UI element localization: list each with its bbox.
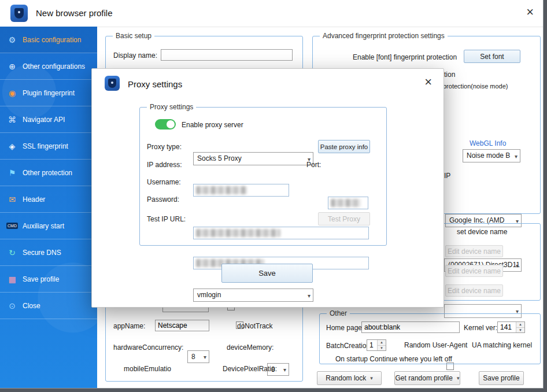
display-name-input[interactable] <box>161 49 293 61</box>
save-profile-button[interactable]: Save profile <box>479 371 524 385</box>
edit-device-name-button-2[interactable]: Edit device name <box>445 265 503 277</box>
password-label: Password: <box>147 195 179 204</box>
window-title: New browser profile <box>36 8 113 18</box>
random-lock-button[interactable]: Random lock <box>317 371 382 385</box>
proxy-type-label: Proxy type: <box>147 143 182 151</box>
home-page-label: Home page: <box>326 324 364 332</box>
sidebar-item-secure-dns[interactable]: ↻ Secure DNS <box>0 239 97 266</box>
webgl-info-link[interactable]: WebGL Info <box>470 139 506 147</box>
ip-label-fragment: IP <box>444 172 450 180</box>
sidebar-item-label: Save profile <box>23 275 59 283</box>
kernel-version-spin-arrows[interactable]: ▲▼ <box>516 322 524 332</box>
test-ip-url-dropdown[interactable]: vmlogin <box>193 289 313 302</box>
app-logo-icon <box>10 5 28 22</box>
sidebar-item-plugin-fingerprint[interactable]: ◉ Plugin fingerprint <box>0 80 97 106</box>
kernel-version-input[interactable] <box>498 322 516 332</box>
header-card-icon: ✉ <box>7 195 17 204</box>
sidebar-item-header[interactable]: ✉ Header <box>0 186 97 213</box>
sidebar-item-label: Basic configuration <box>23 36 81 44</box>
fingerprint-icon: ◉ <box>7 89 17 97</box>
font-protection-label: Enable [font] fingerprint protection <box>353 53 457 61</box>
enable-proxy-label: Enable proxy server <box>182 121 243 129</box>
cmd-icon-text: CMD <box>6 223 18 229</box>
sidebar-item-save-profile[interactable]: ▦ Save profile <box>0 266 97 293</box>
dialog-title: Proxy settings <box>128 79 182 89</box>
port-label: Port: <box>306 161 321 169</box>
set-device-name-label: set device name <box>457 228 507 236</box>
canvas-protection-label-fragment: tion <box>444 71 455 79</box>
test-proxy-button[interactable]: Test Proxy <box>318 212 370 225</box>
random-user-agent-label: Random User-Agent <box>404 341 467 349</box>
navigator-icon: ⌘ <box>7 116 17 124</box>
sidebar-item-auxiliary-start[interactable]: CMD Auxiliary start <box>0 213 97 239</box>
device-pixel-ratio-label: DevicePixelRatio: <box>223 365 277 373</box>
username-label: Username: <box>147 178 181 186</box>
mobile-emulation-label: mobileEmulatio <box>124 365 171 373</box>
sidebar-item-label: Auxiliary start <box>23 222 64 230</box>
edit-device-name-button-1[interactable]: Edit device name <box>445 245 503 257</box>
dialog-logo-icon <box>105 76 120 91</box>
lock-icon: ◈ <box>7 142 17 150</box>
power-icon: ⊙ <box>7 302 17 310</box>
noise-mode-dropdown[interactable]: Noise mode B <box>463 149 520 162</box>
edit-device-name-button-3[interactable]: Edit device name <box>445 284 503 297</box>
sidebar-item-label: Plugin fingerprint <box>23 89 75 97</box>
advanced-protection-legend: Advanced fingerprint protection settings <box>320 32 448 40</box>
sidebar-item-label: Close <box>23 302 40 310</box>
proxy-type-dropdown[interactable]: Socks 5 Proxy <box>193 152 313 165</box>
sidebar-item-label: Secure DNS <box>23 249 61 257</box>
sidebar-item-label: Other configurations <box>23 62 85 71</box>
batch-creation-label: BatchCreation: <box>326 342 372 350</box>
get-random-profile-button[interactable]: Get random profile <box>394 371 460 385</box>
app-name-label: appName: <box>113 322 145 330</box>
kernel-version-spinner[interactable]: ▲▼ <box>497 321 525 333</box>
dns-refresh-icon: ↻ <box>7 249 17 257</box>
settings-icon: ⊕ <box>7 62 17 71</box>
kernel-version-label: Kernel ver: <box>464 324 497 332</box>
sidebar-item-ssl-fingerprint[interactable]: ◈ SSL fingerprint <box>0 133 97 160</box>
ip-address-input[interactable] <box>193 184 289 197</box>
proxy-settings-legend: Proxy settings <box>147 103 196 111</box>
other-legend: Other <box>327 309 350 317</box>
batch-creation-input[interactable] <box>367 340 377 350</box>
sidebar: ⚙ Basic configuration ⊕ Other configurat… <box>0 27 97 388</box>
sidebar-item-basic-configuration[interactable]: ⚙ Basic configuration <box>0 27 97 53</box>
sidebar-item-label: SSL fingerprint <box>23 142 68 150</box>
proxy-save-button[interactable]: Save <box>221 264 313 283</box>
proxy-settings-dialog: Proxy settings × Proxy settings Enable p… <box>91 68 444 308</box>
save-icon: ▦ <box>7 275 17 283</box>
ip-address-label: IP address: <box>147 161 182 169</box>
paste-proxy-info-button[interactable]: Paste proxy info <box>318 140 370 153</box>
sidebar-item-label: Header <box>23 195 45 204</box>
on-startup-label: On startup Continue where you left off <box>335 355 452 363</box>
gear-icon: ⚙ <box>7 36 17 44</box>
dialog-close-icon[interactable]: × <box>424 76 432 88</box>
do-not-track-label: doNotTrack <box>237 322 273 330</box>
shield-icon: ⚑ <box>7 169 17 177</box>
set-font-button[interactable]: Set font <box>464 50 520 63</box>
sidebar-item-other-configurations[interactable]: ⊕ Other configurations <box>0 53 97 80</box>
batch-creation-spinner[interactable]: ▲▼ <box>367 339 386 351</box>
device-memory-label: deviceMemory: <box>227 343 274 352</box>
app-window: New browser profile × ⚙ Basic configurat… <box>0 0 544 389</box>
sidebar-item-other-protection[interactable]: ⚑ Other protection <box>0 160 97 186</box>
username-input[interactable] <box>193 227 369 239</box>
sidebar-item-label: Navigator API <box>23 116 65 124</box>
hardware-concurrency-dropdown[interactable]: 8 <box>187 350 209 363</box>
cmd-icon: CMD <box>7 223 17 229</box>
sidebar-item-navigator-api[interactable]: ⌘ Navigator API <box>0 106 97 133</box>
enable-proxy-toggle[interactable] <box>155 119 176 130</box>
window-close-icon[interactable]: × <box>526 6 534 19</box>
port-input[interactable] <box>328 197 368 209</box>
batch-creation-spin-arrows[interactable]: ▲▼ <box>377 340 386 350</box>
sidebar-item-close[interactable]: ⊙ Close <box>0 293 97 319</box>
test-ip-url-label: Test IP URL: <box>147 215 186 223</box>
title-bar: New browser profile × <box>0 0 543 27</box>
app-name-input[interactable] <box>155 320 209 331</box>
basic-setup-legend: Basic setup <box>113 32 154 40</box>
sidebar-item-label: Other protection <box>23 169 72 177</box>
proxy-settings-group: Proxy settings Enable proxy server Proxy… <box>139 107 387 246</box>
display-name-label: Display name: <box>113 51 157 60</box>
home-page-input[interactable] <box>361 321 460 333</box>
noise-mode-note-fragment: protection(noise mode) <box>443 83 508 90</box>
